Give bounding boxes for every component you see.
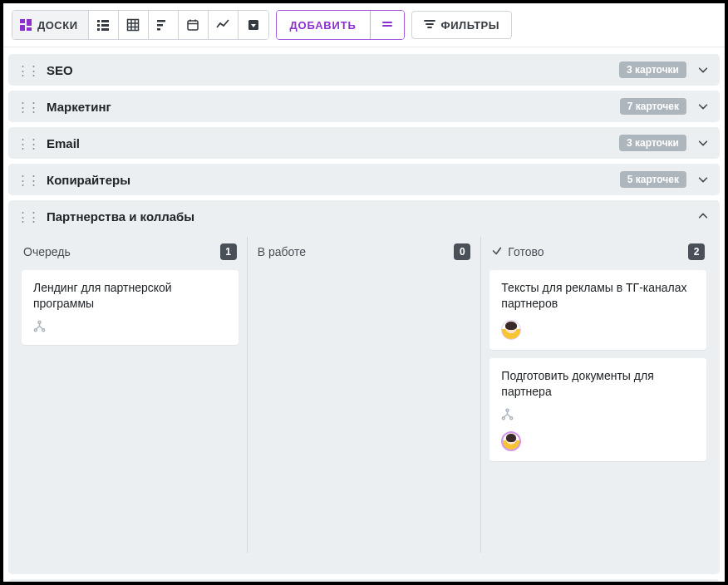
drag-handle-icon[interactable]: ⋮⋮ (17, 140, 38, 147)
table-icon (126, 18, 140, 32)
column-count: 1 (220, 243, 237, 260)
card-assignees (501, 320, 695, 340)
board-name: Копирайтеры (47, 173, 612, 187)
svg-rect-6 (97, 24, 100, 27)
list-icon (96, 18, 110, 32)
board-row[interactable]: ⋮⋮SEO3 карточки (8, 54, 720, 86)
svg-rect-7 (101, 24, 109, 27)
board-column: Готово2Тексты для рекламы в ТГ-каналах п… (480, 237, 715, 553)
column-header: В работе0 (256, 240, 473, 262)
svg-rect-16 (157, 24, 163, 27)
view-switcher: ДОСКИ (12, 10, 269, 40)
boards-icon (19, 18, 32, 32)
board-name: Email (47, 136, 611, 150)
filter-icon (424, 18, 435, 32)
svg-rect-15 (157, 20, 165, 22)
chevron-down-icon[interactable] (695, 135, 711, 151)
chevron-down-icon[interactable] (695, 98, 711, 115)
avatar[interactable] (501, 431, 521, 451)
card[interactable]: Тексты для рекламы в ТГ-каналах партнеро… (489, 270, 706, 350)
column-count: 0 (454, 243, 470, 260)
subtask-icon (33, 320, 46, 335)
drag-handle-icon[interactable]: ⋮⋮ (17, 213, 38, 220)
board-body: Очередь1Лендинг для партнерской программ… (8, 232, 720, 574)
filters-label: ФИЛЬТРЫ (441, 19, 499, 32)
card-assignees (501, 431, 695, 451)
svg-rect-0 (20, 19, 25, 23)
app-root: ДОСКИ (3, 3, 725, 582)
card-count-pill: 5 карточек (620, 171, 686, 188)
drag-handle-icon[interactable]: ⋮⋮ (17, 176, 38, 184)
card-title: Подготовить документы для партнера (501, 368, 695, 400)
card-count-pill: 3 карточки (619, 135, 686, 151)
avatar[interactable] (501, 320, 521, 340)
svg-rect-2 (20, 25, 25, 31)
board-row[interactable]: ⋮⋮Копирайтеры5 карточек (8, 164, 720, 195)
chevron-down-icon[interactable] (695, 171, 711, 188)
view-gantt-button[interactable] (149, 11, 179, 39)
view-chart-button[interactable] (209, 11, 239, 39)
card-title: Лендинг для партнерской программы (33, 280, 227, 312)
board-name: Маркетинг (47, 100, 612, 114)
board-row[interactable]: ⋮⋮Партнерства и коллабы (8, 200, 720, 232)
equals-icon (381, 18, 393, 32)
svg-rect-1 (27, 19, 32, 26)
card-meta (33, 320, 227, 335)
add-button[interactable]: ДОБАВИТЬ (277, 11, 371, 39)
svg-rect-3 (27, 27, 32, 31)
view-table-button[interactable] (119, 11, 149, 39)
archive-icon (247, 18, 260, 32)
svg-rect-9 (101, 28, 109, 31)
calendar-icon (186, 18, 199, 32)
card[interactable]: Лендинг для партнерской программы (22, 270, 239, 345)
svg-rect-5 (101, 20, 109, 22)
column-title: Очередь (23, 245, 215, 258)
add-group: ДОБАВИТЬ (276, 10, 405, 40)
view-list-button[interactable] (89, 11, 119, 39)
check-icon (491, 245, 503, 259)
column-title: В работе (258, 245, 450, 258)
board-name: SEO (47, 63, 611, 77)
svg-rect-8 (97, 28, 100, 31)
view-calendar-button[interactable] (179, 11, 209, 39)
subtask-icon (501, 408, 514, 423)
card[interactable]: Подготовить документы для партнера (489, 358, 706, 461)
view-boards-label: ДОСКИ (37, 19, 78, 32)
svg-rect-10 (128, 20, 139, 31)
add-dropdown-button[interactable] (371, 11, 404, 39)
drag-handle-icon[interactable]: ⋮⋮ (17, 66, 38, 74)
card-count-pill: 3 карточки (619, 61, 686, 78)
svg-rect-4 (97, 20, 100, 22)
column-count: 2 (688, 243, 705, 260)
column-title: Готово (508, 245, 683, 258)
board-name: Партнерства и коллабы (47, 209, 686, 224)
chevron-down-icon[interactable] (695, 61, 711, 78)
chart-icon (216, 18, 229, 32)
gantt-icon (156, 18, 170, 32)
board-row[interactable]: ⋮⋮Маркетинг7 карточек (8, 91, 720, 122)
filters-button[interactable]: ФИЛЬТРЫ (411, 11, 512, 39)
board-row[interactable]: ⋮⋮Email3 карточки (8, 127, 720, 159)
board-row[interactable]: ⋮⋮Новый продукт — Образовательный курс6 … (8, 579, 720, 582)
card-meta (501, 408, 695, 423)
chevron-up-icon[interactable] (695, 208, 711, 224)
card-count-pill: 7 карточек (620, 98, 686, 115)
card-title: Тексты для рекламы в ТГ-каналах партнеро… (501, 280, 695, 312)
view-archive-button[interactable] (239, 11, 268, 39)
toolbar: ДОСКИ (3, 3, 725, 47)
board-column: Очередь1Лендинг для партнерской программ… (13, 237, 247, 553)
board-column: В работе0 (247, 237, 481, 553)
svg-rect-17 (157, 28, 160, 31)
view-boards-button[interactable]: ДОСКИ (12, 11, 89, 39)
drag-handle-icon[interactable]: ⋮⋮ (17, 103, 38, 111)
column-header: Очередь1 (22, 240, 239, 262)
boards-list: ⋮⋮SEO3 карточки⋮⋮Маркетинг7 карточек⋮⋮Em… (3, 47, 725, 582)
column-header: Готово2 (489, 240, 706, 262)
svg-rect-18 (188, 21, 198, 30)
